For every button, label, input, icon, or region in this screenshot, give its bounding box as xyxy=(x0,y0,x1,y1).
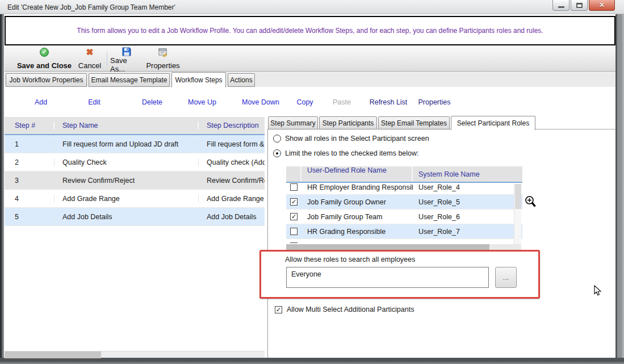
tab-select-participant-roles[interactable]: Select Participant Roles xyxy=(451,116,535,130)
save-and-close-label: Save and Close xyxy=(17,61,72,70)
toolbar-separator xyxy=(107,52,107,66)
column-header-step-desc[interactable]: Step Description xyxy=(199,122,265,129)
scrollbar-thumb[interactable] xyxy=(5,352,101,358)
table-row[interactable]: 4 Add Grade Range Add Grade Range xyxy=(5,190,265,208)
search-all-employees-highlight: Allow these roles to search all employee… xyxy=(259,250,540,299)
info-banner-text: This form allows you to edit a Job Workf… xyxy=(77,27,543,35)
refresh-list-link[interactable]: Refresh List xyxy=(370,98,408,106)
roles-table-body: HR Employer Branding Responsible User_Ro… xyxy=(286,183,522,243)
step-detail-panel xyxy=(267,129,615,358)
steps-table-horizontal-scrollbar[interactable] xyxy=(5,351,265,358)
maximize-icon xyxy=(576,3,583,8)
properties-icon xyxy=(158,47,168,57)
table-row[interactable]: 1 Fill request form and Upload JD draft … xyxy=(5,135,265,153)
minimize-icon xyxy=(558,6,564,8)
role-checkbox[interactable] xyxy=(290,242,298,243)
cell-step-name: Add Grade Range xyxy=(55,195,199,203)
tab-workflow-steps[interactable]: Workflow Steps xyxy=(171,72,226,87)
roles-table-vertical-scrollbar[interactable] xyxy=(514,184,521,244)
scrollbar-thumb[interactable] xyxy=(515,184,521,209)
edit-link[interactable]: Edit xyxy=(88,98,100,106)
tab-job-workflow-properties[interactable]: Job Workflow Properties xyxy=(6,73,87,87)
move-down-link[interactable]: Move Down xyxy=(242,98,279,106)
cell-step-desc: Review Confirm/Reje xyxy=(199,177,265,185)
properties-label: Properties xyxy=(146,61,179,70)
info-banner: This form allows you to edit a Job Workf… xyxy=(5,16,615,45)
cell-step-desc: Add Grade Range xyxy=(199,195,265,203)
cell-step-name: Fill request form and Upload JD draft xyxy=(55,140,199,148)
properties-link[interactable]: Properties xyxy=(418,98,451,106)
table-row[interactable]: 3 Review Confirm/Reject Review Confirm/R… xyxy=(5,171,265,190)
minimize-button[interactable] xyxy=(552,0,569,11)
radio-limit-roles[interactable]: ● Limit the roles to the checked items b… xyxy=(273,149,419,157)
role-row[interactable]: IS Consumer Profile Responsible User_Rol… xyxy=(286,239,522,243)
close-icon: ✕ xyxy=(599,1,605,9)
cell-step-name: Quality Check xyxy=(55,158,199,166)
cell-step-name: Review Confirm/Reject xyxy=(55,177,199,185)
title-bar: Edit 'Create New Job_Job Family Group Te… xyxy=(0,0,624,14)
role-row[interactable]: ✓ Job Family Group Owner User_Role_5 xyxy=(286,195,522,210)
save-and-close-button[interactable]: Save and Close xyxy=(15,47,74,70)
role-checkbox[interactable]: ✓ xyxy=(290,213,298,220)
delete-link[interactable]: Delete xyxy=(142,98,162,106)
role-row[interactable]: HR Employer Branding Responsible User_Ro… xyxy=(286,183,522,195)
move-up-link[interactable]: Move Up xyxy=(188,98,216,106)
column-header-user-role[interactable]: User-Defined Role Name xyxy=(301,166,413,182)
cell-user-role: HR Grading Responsible xyxy=(301,228,413,236)
tab-actions[interactable]: Actions xyxy=(228,73,255,87)
window-title: Edit 'Create New Job_Job Family Group Te… xyxy=(7,3,175,11)
roles-table-header: User-Defined Role Name System Role Name xyxy=(286,166,522,183)
cell-user-role: Job Family Group Owner xyxy=(301,198,413,206)
radio-show-all-roles[interactable]: Show all roles in the Select Participant… xyxy=(273,135,429,143)
save-check-icon xyxy=(40,48,49,57)
multi-select-checkbox[interactable]: ✓ xyxy=(275,306,282,313)
allow-multi-select-row[interactable]: ✓ Allow Multi Select Additional Particip… xyxy=(275,306,414,313)
close-button[interactable]: ✕ xyxy=(589,0,615,11)
paste-link[interactable]: Paste xyxy=(333,98,351,106)
cell-step-num: 1 xyxy=(5,140,55,148)
search-roles-label: Allow these roles to search all employee… xyxy=(285,256,415,263)
workflow-steps-table: Step # Step Name Step Description 1 Fill… xyxy=(5,117,265,226)
column-header-step-name[interactable]: Step Name xyxy=(55,122,199,129)
column-header-checkbox xyxy=(286,166,301,182)
tab-step-participants[interactable]: Step Participants xyxy=(319,116,377,129)
edit-job-workflow-window: Edit 'Create New Job_Job Family Group Te… xyxy=(0,0,624,364)
action-links-row: Add Edit Delete Move Up Move Down Copy P… xyxy=(5,91,615,111)
column-header-system-role[interactable]: System Role Name xyxy=(413,170,514,178)
tab-step-email-templates[interactable]: Step Email Templates xyxy=(378,116,450,129)
cell-user-role: IS Consumer Profile Responsible xyxy=(301,242,413,244)
role-checkbox[interactable] xyxy=(290,183,298,191)
cell-step-desc: Quality check (Add m xyxy=(199,158,265,166)
cell-step-name: Add Job Details xyxy=(55,213,199,221)
column-header-step-num[interactable]: Step # xyxy=(5,122,55,129)
radio-icon: ● xyxy=(273,149,281,157)
cancel-button[interactable]: Cancel xyxy=(76,47,103,70)
cell-system-role: User_Role_4 xyxy=(413,183,514,191)
table-row[interactable]: 2 Quality Check Quality check (Add m xyxy=(5,153,265,171)
cell-system-role: User_Role_8 xyxy=(413,242,514,244)
add-link[interactable]: Add xyxy=(35,98,47,106)
browse-ellipsis-button[interactable]: ... xyxy=(495,267,517,288)
cell-step-desc: Add Job Details xyxy=(199,213,265,221)
window-controls: ✕ xyxy=(551,0,615,11)
cancel-x-icon xyxy=(86,48,94,56)
role-row[interactable]: HR Grading Responsible User_Role_7 xyxy=(286,224,522,239)
save-as-button[interactable]: Save As... xyxy=(110,47,143,70)
cancel-label: Cancel xyxy=(78,61,101,70)
role-row[interactable]: ✓ Job Family Group Team User_Role_6 xyxy=(286,210,522,224)
toolbar: Save and Close Cancel Save As... Propert… xyxy=(5,45,615,72)
properties-button[interactable]: Properties xyxy=(145,47,181,70)
window-frame-right xyxy=(616,14,624,364)
role-checkbox[interactable]: ✓ xyxy=(290,198,298,206)
search-roles-input[interactable] xyxy=(286,267,489,288)
cell-step-num: 3 xyxy=(5,177,55,185)
copy-link[interactable]: Copy xyxy=(296,98,313,106)
tab-step-summary[interactable]: Step Summary xyxy=(268,116,318,129)
role-checkbox[interactable] xyxy=(290,228,298,235)
window-frame-bottom xyxy=(0,358,624,364)
floppy-disk-icon xyxy=(122,47,132,56)
tab-email-message-template[interactable]: Email Message Template xyxy=(89,73,170,87)
cell-step-desc: Fill request form & Up xyxy=(199,140,265,148)
maximize-button[interactable] xyxy=(571,0,588,11)
table-row[interactable]: 5 Add Job Details Add Job Details xyxy=(5,208,265,226)
